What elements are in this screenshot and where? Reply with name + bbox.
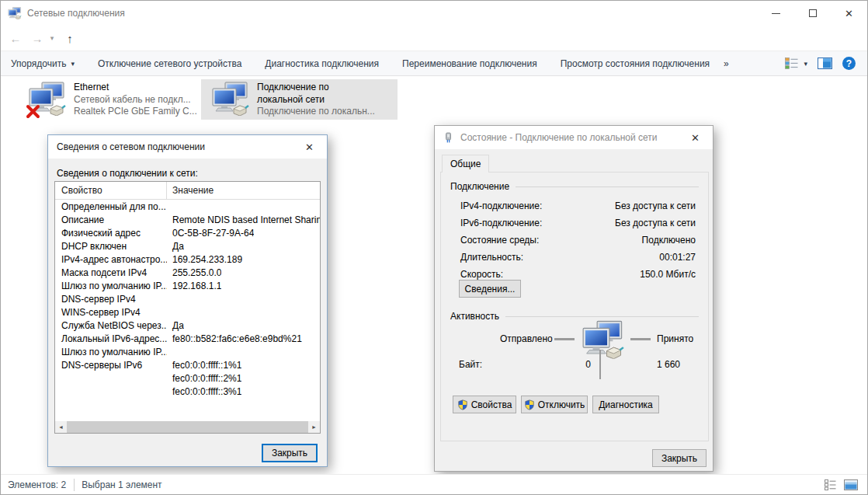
table-row[interactable]: Шлюз по умолчанию IP... [55, 345, 320, 358]
table-row[interactable]: fec0:0:0:ffff::2%1 [55, 371, 320, 385]
received-label: Принято [657, 333, 693, 344]
sent-dash [554, 338, 575, 340]
activity-group-header: Активность [450, 311, 699, 322]
table-row[interactable]: ОписаниеRemote NDIS based Internet Shari… [55, 213, 320, 226]
preview-pane-icon[interactable] [818, 58, 832, 69]
close-button[interactable]: ✕ [831, 1, 867, 26]
property-cell: DNS-серверы IPv6 [55, 360, 167, 371]
table-row[interactable]: Маска подсети IPv4255.255.0.0 [55, 266, 320, 279]
organize-label: Упорядочить [11, 58, 66, 69]
close-status-button[interactable]: Закрыть [652, 449, 707, 467]
connection-item-ethernet[interactable]: Ethernet Сетевой кабель не подкл... Real… [29, 82, 198, 120]
thumbnail-view-icon[interactable] [844, 479, 858, 490]
table-row[interactable]: Локальный IPv6-адрес...fe80::b582:fa6c:e… [55, 332, 320, 345]
uac-shield-icon [457, 399, 468, 410]
value-cell: 255.255.0.0 [167, 267, 221, 278]
diagnostics-button[interactable]: Диагностика [592, 396, 659, 413]
table-row[interactable]: Служба NetBIOS через...Да [55, 319, 320, 332]
toolbar-item[interactable]: Просмотр состояния подключения [561, 58, 710, 69]
list-view-icon[interactable] [825, 479, 836, 490]
status-bar: Элементов: 2 Выбран 1 элемент [1, 474, 867, 494]
details-view-icon[interactable] [785, 58, 798, 69]
status-row-label: Длительность: [460, 252, 523, 263]
selection-count: Выбран 1 элемент [82, 479, 161, 490]
property-cell: WINS-сервер IPv4 [55, 307, 167, 318]
table-row[interactable]: DNS-сервер IPv4 [55, 292, 320, 305]
connection-details-table[interactable]: Свойство Значение Определенный для по...… [54, 181, 321, 434]
close-icon: ✕ [305, 141, 314, 153]
bytes-label: Байт: [459, 359, 482, 370]
value-cell: Да [167, 241, 184, 252]
disable-button[interactable]: Отключить [521, 396, 588, 413]
connection-name: Ethernet [74, 82, 197, 94]
toolbar-item[interactable]: Переименование подключения [402, 58, 537, 69]
close-button[interactable]: ✕ [678, 126, 713, 149]
table-row[interactable]: fec0:0:0:ffff::3%1 [55, 385, 320, 398]
table-row[interactable]: Физический адрес0C-5B-8F-27-9A-64 [55, 226, 320, 239]
details-label: Сведения о подключении к сети: [57, 168, 198, 179]
connection-item-local-area[interactable]: Подключение по локальной сети Подключени… [201, 79, 398, 120]
table-row[interactable]: Шлюз по умолчанию IP...192.168.1.1 [55, 279, 320, 292]
forward-button[interactable]: → [27, 28, 47, 48]
details-button[interactable]: Сведения... [459, 280, 521, 298]
status-row: IPv6-подключение:Без доступа к сети [460, 214, 696, 232]
maximize-icon [809, 9, 817, 17]
table-row[interactable]: WINS-сервер IPv4 [55, 305, 320, 319]
horizontal-scrollbar[interactable]: ◄ ► [55, 421, 320, 433]
status-row: IPv4-подключение:Без доступа к сети [460, 197, 696, 214]
table-row[interactable]: Определенный для по... [55, 200, 320, 213]
organize-button[interactable]: Упорядочить ▾ [11, 58, 75, 69]
group-label: Активность [450, 311, 499, 322]
minimize-button[interactable] [758, 1, 794, 26]
column-header-property[interactable]: Свойство [55, 182, 167, 199]
property-cell: Служба NetBIOS через... [55, 320, 167, 331]
maximize-button[interactable] [794, 1, 831, 26]
value-cell: fec0:0:0:ffff::3%1 [167, 386, 241, 397]
connection-device: Realtek PCIe GbE Family C... [74, 106, 197, 118]
table-row[interactable]: DHCP включенДа [55, 239, 320, 253]
forward-icon: → [32, 32, 43, 45]
close-details-button[interactable]: Закрыть [262, 444, 318, 462]
toolbar-item[interactable]: Отключение сетевого устройства [98, 58, 241, 69]
recent-locations-button[interactable]: ▾ [46, 28, 58, 48]
toolbar-overflow-button[interactable]: » [724, 58, 729, 69]
properties-button[interactable]: Свойства [453, 396, 516, 413]
scroll-right-icon[interactable]: ► [308, 421, 320, 433]
property-cell: Локальный IPv6-адрес... [55, 333, 167, 344]
status-row-label: Состояние среды: [460, 235, 539, 246]
group-divider [516, 186, 699, 187]
window-controls: ✕ [758, 1, 867, 26]
scroll-left-icon[interactable]: ◄ [55, 421, 67, 433]
back-button[interactable]: ← [5, 28, 26, 48]
help-glyph: ? [846, 58, 852, 69]
chevron-down-icon[interactable]: ▾ [804, 60, 807, 68]
sent-label: Отправлено [500, 333, 553, 344]
status-row-value: Без доступа к сети [615, 218, 696, 228]
status-bar-divider [74, 479, 75, 491]
tab-general[interactable]: Общие [442, 155, 489, 173]
status-row: Состояние среды:Подключено [460, 232, 696, 249]
table-row[interactable]: IPv4-адрес автонастро...169.254.233.189 [55, 253, 320, 266]
double-chevron-icon: » [724, 58, 729, 69]
table-row[interactable]: DNS-серверы IPv6fec0:0:0:ffff::1%1 [55, 358, 320, 371]
status-dialog-icon [443, 132, 453, 144]
value-cell: 169.254.233.189 [167, 254, 242, 265]
scrollbar-thumb[interactable] [67, 421, 308, 433]
received-dash [630, 338, 651, 340]
close-button[interactable]: ✕ [292, 135, 327, 159]
toolbar-item[interactable]: Диагностика подключения [265, 58, 379, 69]
value-cell: fe80::b582:fa6c:e6e8:e9bd%21 [167, 333, 302, 344]
uac-shield-icon [524, 399, 535, 410]
dialog-title-bar: Состояние - Подключение по локальной сет… [435, 126, 713, 149]
property-cell: IPv4-адрес автонастро... [55, 254, 167, 265]
group-divider [505, 316, 699, 317]
status-row-label: Скорость: [460, 269, 503, 280]
details-rows: Определенный для по...ОписаниеRemote NDI… [55, 200, 320, 398]
column-header-value[interactable]: Значение [167, 182, 214, 199]
up-button[interactable]: ↑ [60, 28, 80, 48]
toolbar-items: Отключение сетевого устройстваДиагностик… [98, 58, 710, 69]
lan-adapter-icon [212, 82, 249, 117]
connection-status-dialog: Состояние - Подключение по локальной сет… [434, 125, 713, 472]
status-row-value: Без доступа к сети [615, 200, 696, 211]
help-icon[interactable]: ? [842, 57, 856, 70]
